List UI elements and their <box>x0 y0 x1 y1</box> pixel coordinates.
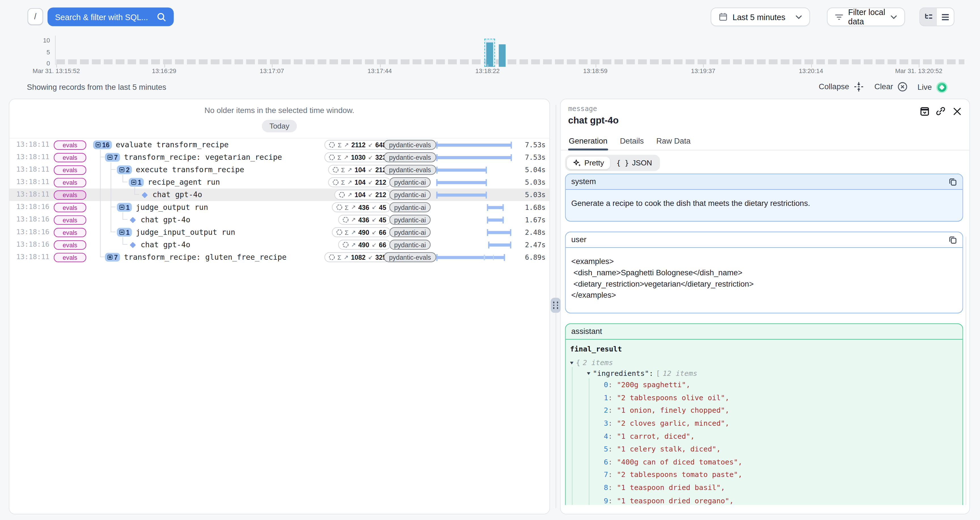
trace-row[interactable]: 13:18:16evals1judge_output runΣ↗436↙45py… <box>10 201 549 214</box>
node-toggle-pill[interactable]: 7 <box>105 153 120 162</box>
tokens-in-count: 1082 <box>351 254 366 261</box>
records-histogram[interactable]: 1050 Mar 31. 13:15:5213:16:2913:17:0713:… <box>0 33 980 78</box>
trace-row-tree-cell: 1recipe_agent run <box>93 176 220 189</box>
copy-link-icon[interactable] <box>936 106 946 116</box>
live-toggle[interactable]: Live <box>918 82 948 93</box>
clear-button[interactable]: Clear <box>875 82 908 92</box>
search-button[interactable]: Search & filter with SQL... <box>48 7 174 26</box>
json-array-item[interactable]: 7:"2 tablespoons tomato paste", <box>570 468 958 481</box>
waterfall-cap <box>486 179 487 185</box>
span-diamond-icon <box>130 242 136 248</box>
json-array-item[interactable]: 5:"1 celery stalk, diced", <box>570 443 958 455</box>
filter-local-data-dropdown[interactable]: Filter local data <box>827 7 905 26</box>
record-kind-label: message <box>568 105 962 113</box>
scrollbar-track[interactable] <box>966 236 966 505</box>
collapse-button[interactable]: Collapse <box>819 82 864 92</box>
tab-raw-data[interactable]: Raw Data <box>655 134 691 150</box>
waterfall-cap <box>511 154 512 160</box>
histogram-bar[interactable] <box>499 44 506 67</box>
x-tick-label: 13:16:29 <box>126 67 201 74</box>
json-array-item[interactable]: 3:"2 cloves garlic, minced", <box>570 417 958 430</box>
project-badge[interactable]: evals <box>54 153 86 162</box>
y-tick-label: 0 <box>31 60 50 67</box>
trace-row[interactable]: 13:18:11evalschat gpt-4o↗104↙212pydantic… <box>10 189 549 201</box>
json-root-line[interactable]: ▼ { 2 items <box>570 357 958 368</box>
json-array-item[interactable]: 6:"400g can of diced tomatoes", <box>570 455 958 468</box>
token-coin-icon <box>342 217 348 223</box>
node-toggle-pill[interactable]: 2 <box>117 165 132 174</box>
tree-connector <box>100 150 101 257</box>
tokens-in-arrow-icon: ↗ <box>344 154 348 160</box>
json-array-item[interactable]: 1:"2 tablespoons olive oil", <box>570 391 958 404</box>
child-count: 16 <box>102 141 110 148</box>
trace-row-timestamp: 13:18:11 <box>16 153 49 161</box>
tokens-out-arrow-icon: ↙ <box>368 254 373 260</box>
copy-icon[interactable] <box>949 236 957 244</box>
trace-row-timestamp: 13:18:16 <box>16 215 49 224</box>
trace-row[interactable]: 13:18:16evalschat gpt-4o↗436↙45pydantic-… <box>10 214 549 226</box>
json-index: 0 <box>604 380 608 389</box>
tree-view-button[interactable] <box>920 8 937 26</box>
tokens-out-arrow-icon: ↙ <box>368 179 373 185</box>
project-badge[interactable]: evals <box>54 190 86 200</box>
project-badge[interactable]: evals <box>54 253 86 262</box>
trace-row[interactable]: 13:18:11evals1recipe_agent runΣ↗104↙212p… <box>10 176 549 189</box>
node-toggle-pill[interactable]: 1 <box>129 178 144 187</box>
json-index: 6 <box>604 457 608 466</box>
json-index: 2 <box>604 406 608 415</box>
json-array-item[interactable]: 9:"1 teaspoon dried oregano", <box>570 494 958 505</box>
x-tick-mark <box>811 64 811 67</box>
json-string-value: "200g spaghetti", <box>617 380 690 389</box>
project-badge[interactable]: evals <box>54 140 86 149</box>
collapse-icon <box>119 230 124 235</box>
x-tick-label: 13:17:07 <box>234 67 309 74</box>
time-range-dropdown[interactable]: Last 5 minutes <box>711 7 810 26</box>
waterfall-cap <box>436 166 437 173</box>
trace-row[interactable]: 13:18:11evals16evaluate transform_recipe… <box>10 138 549 151</box>
json-array-item[interactable]: 8:"1 teaspoon dried basil", <box>570 481 958 494</box>
list-view-button[interactable] <box>937 8 954 26</box>
trace-row[interactable]: 13:18:11evals2execute transform_recipeΣ↗… <box>10 163 549 176</box>
trace-row[interactable]: 13:18:16evalschat gpt-4o↗490↙66pydantic-… <box>10 238 549 251</box>
panel-resize-handle[interactable] <box>551 298 561 313</box>
tab-details[interactable]: Details <box>619 134 644 150</box>
json-colon: : <box>608 457 612 466</box>
project-badge[interactable]: evals <box>54 165 86 174</box>
project-badge[interactable]: evals <box>54 227 86 237</box>
trace-row[interactable]: 13:18:11evals7transform_recipe: vegetari… <box>10 151 549 163</box>
json-ingredients-line[interactable]: ▼ "ingredients": [ 12 items <box>570 368 958 378</box>
message-scroll-area[interactable]: system Generate a recipe to cook the dis… <box>565 174 963 505</box>
project-badge[interactable]: evals <box>54 203 86 212</box>
trace-row-timestamp: 13:18:11 <box>16 190 49 198</box>
dock-panel-icon[interactable] <box>919 106 929 116</box>
tree-connector <box>134 187 135 195</box>
user-message-card: user <examples> <dish_name>Spaghetti Bol… <box>565 231 963 314</box>
json-array-item[interactable]: 4:"1 carrot, diced", <box>570 430 958 442</box>
project-badge[interactable]: evals <box>54 178 86 187</box>
token-coin-icon <box>339 192 345 198</box>
tokens-out-arrow-icon: ↙ <box>368 154 373 160</box>
trace-row[interactable]: 13:18:11evals7transform_recipe: gluten_f… <box>10 251 549 263</box>
json-array-item[interactable]: 2:"1 onion, finely chopped", <box>570 404 958 417</box>
project-badge[interactable]: evals <box>54 215 86 224</box>
today-pill: Today <box>262 120 297 132</box>
json-array-item[interactable]: 0:"200g spaghetti", <box>570 378 958 391</box>
pretty-format-button[interactable]: Pretty <box>567 157 610 169</box>
trace-row-tree-cell: 2execute transform_recipe <box>93 163 244 176</box>
collapse-icon <box>119 167 124 173</box>
tokens-in-count: 104 <box>355 166 366 173</box>
node-toggle-pill[interactable]: 16 <box>93 141 112 149</box>
node-toggle-pill[interactable]: 1 <box>117 203 132 212</box>
histogram-bar[interactable] <box>487 43 493 67</box>
package-tag: pydantic-ai <box>388 239 432 249</box>
node-toggle-pill[interactable]: 7 <box>105 253 120 262</box>
copy-icon[interactable] <box>949 178 957 186</box>
json-format-button[interactable]: { } JSON <box>610 157 658 169</box>
json-index: 7 <box>604 471 608 479</box>
project-badge[interactable]: evals <box>54 240 86 249</box>
close-icon[interactable] <box>952 106 962 116</box>
node-toggle-pill[interactable]: 1 <box>117 228 132 236</box>
trace-row-timestamp: 13:18:16 <box>16 203 49 211</box>
tab-generation[interactable]: Generation <box>568 134 608 150</box>
trace-row[interactable]: 13:18:16evals1judge_input_output runΣ↗49… <box>10 226 549 238</box>
